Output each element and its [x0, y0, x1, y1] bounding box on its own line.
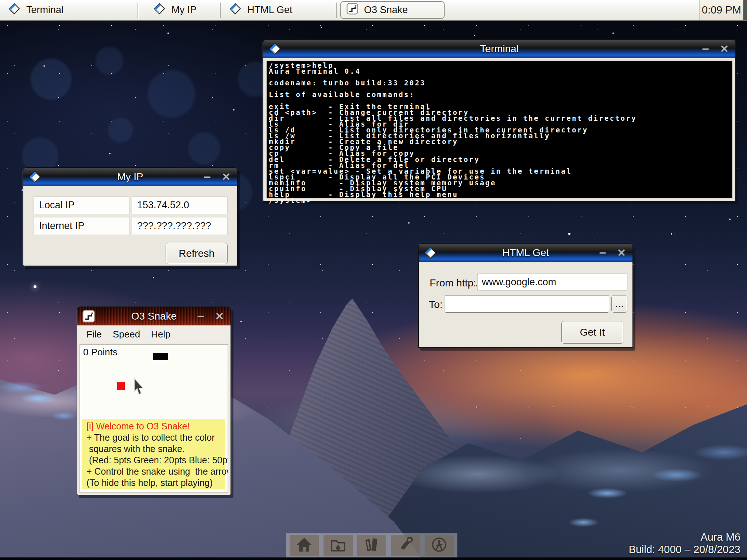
taskbar-tab-myip[interactable]: My IP	[153, 0, 197, 20]
htmlget-body: From http:// To: ... Get It	[419, 262, 632, 347]
close-icon[interactable]: ✕	[720, 44, 729, 54]
close-icon[interactable]: ✕	[617, 248, 626, 258]
snake-titlebar[interactable]: O3 Snake – ✕	[77, 307, 231, 325]
snake-game-area[interactable]: 0 Points [i] Welcome to O3 Snake! + The …	[80, 344, 228, 493]
help-line: (To hide this help, start playing)	[86, 477, 221, 488]
from-url-input[interactable]	[477, 274, 627, 290]
dock-walker-button[interactable]	[425, 535, 454, 556]
myip-body: Local IP 153.74.52.0 Internet IP ???.???…	[23, 186, 237, 266]
terminal-screen[interactable]: /system>help Aura Terminal 0.4 codename:…	[266, 61, 733, 198]
taskbar-tab-o3snake[interactable]: O3 Snake	[347, 0, 408, 20]
score-text: 0 Points	[83, 347, 117, 358]
close-icon[interactable]: ✕	[222, 172, 231, 182]
window-htmlget: HTML Get – ✕ From http:// To: ... Get It	[418, 243, 633, 348]
taskbar-tab-terminal[interactable]: Terminal	[8, 0, 63, 20]
snake-app-icon	[82, 310, 95, 323]
window-snake: O3 Snake – ✕ File Speed Help 0 Points [i…	[77, 306, 231, 495]
taskbar-tab-label: Terminal	[26, 4, 63, 16]
help-line: squares with the snake.	[86, 443, 221, 455]
menu-speed[interactable]: Speed	[113, 329, 140, 340]
snake-segment	[153, 353, 168, 360]
menu-file[interactable]: File	[86, 329, 102, 340]
app-diamond-icon	[28, 170, 42, 184]
internet-ip-label: Internet IP	[34, 217, 129, 235]
help-line: + The goal is to collect the color	[86, 432, 221, 443]
taskbar: Terminal My IP HTML Get O3 Snake 0:09 PM	[0, 0, 747, 21]
myip-titlebar[interactable]: My IP – ✕	[23, 168, 237, 186]
dock-files-button[interactable]	[324, 535, 353, 556]
dock-settings-button[interactable]	[391, 535, 420, 556]
get-it-button[interactable]: Get It	[561, 321, 623, 344]
internet-ip-value: ???.???.???.???	[132, 217, 228, 235]
snake-menubar: File Speed Help	[77, 325, 231, 343]
app-diamond-icon	[153, 3, 166, 18]
dock-home-button[interactable]	[290, 535, 319, 556]
app-diamond-icon	[8, 3, 20, 18]
minimize-icon[interactable]: –	[204, 172, 211, 182]
dock-library-button[interactable]	[357, 535, 386, 556]
terminal-titlebar[interactable]: Terminal – ✕	[263, 40, 735, 58]
os-name: Aura M6	[629, 531, 740, 543]
clock: 0:09 PM	[702, 4, 741, 16]
terminal-output: /system>help Aura Terminal 0.4 codename:…	[267, 61, 732, 204]
to-label: To:	[429, 299, 442, 310]
folder-flame-icon	[329, 536, 347, 555]
minimize-icon[interactable]: –	[702, 44, 709, 54]
os-build: Build: 4000 – 20/8/2023	[629, 543, 740, 556]
os-brand: Aura M6 Build: 4000 – 20/8/2023	[629, 531, 740, 556]
window-title: Terminal	[263, 43, 735, 55]
window-terminal: Terminal – ✕ /system>help Aura Terminal …	[263, 39, 736, 202]
browse-button[interactable]: ...	[611, 295, 627, 313]
minimize-icon[interactable]: –	[197, 312, 204, 321]
taskbar-separator	[336, 3, 337, 18]
taskbar-clock-panel: 0:09 PM	[699, 0, 743, 20]
snake-help-box: [i] Welcome to O3 Snake! + The goal is t…	[82, 419, 225, 489]
help-line: [i] Welcome to O3 Snake!	[86, 421, 221, 432]
app-diamond-icon	[229, 3, 241, 18]
taskbar-tab-label: My IP	[171, 4, 197, 16]
taskbar-tab-label: HTML Get	[247, 4, 293, 16]
screen-corner	[743, 0, 747, 20]
to-path-input[interactable]	[445, 295, 609, 313]
refresh-button[interactable]: Refresh	[166, 243, 228, 264]
minimize-icon[interactable]: –	[599, 248, 606, 258]
taskbar-tab-label: O3 Snake	[364, 4, 408, 16]
terminal-body: /system>help Aura Terminal 0.4 codename:…	[263, 58, 735, 201]
snake-body: File Speed Help 0 Points [i] Welcome to …	[77, 325, 231, 495]
home-icon	[295, 536, 313, 555]
local-ip-label: Local IP	[34, 196, 129, 214]
close-icon[interactable]: ✕	[215, 311, 224, 322]
local-ip-value: 153.74.52.0	[132, 196, 228, 214]
window-myip: My IP – ✕ Local IP 153.74.52.0 Internet …	[23, 167, 238, 266]
mouse-cursor-icon	[133, 378, 144, 397]
books-icon	[363, 536, 381, 555]
from-label: From http://	[430, 277, 482, 289]
screen-bottom-edge	[0, 557, 747, 560]
walker-icon	[430, 536, 448, 555]
menu-help[interactable]: Help	[151, 329, 170, 340]
snake-app-icon	[347, 3, 358, 17]
desktop: Terminal My IP HTML Get O3 Snake 0:09 PM…	[0, 0, 747, 560]
taskbar-separator	[220, 3, 221, 18]
food-square-red	[117, 382, 125, 390]
help-line: (Red: 5pts Green: 20pts Blue: 50pts )	[86, 455, 221, 466]
wrench-icon	[396, 536, 415, 555]
taskbar-tab-htmlget[interactable]: HTML Get	[229, 0, 293, 20]
help-line: + Control the snake using the arrow keys	[86, 466, 221, 477]
app-diamond-icon	[268, 42, 282, 55]
dock	[286, 533, 457, 557]
htmlget-titlebar[interactable]: HTML Get – ✕	[419, 244, 632, 262]
taskbar-separator	[138, 3, 138, 18]
app-diamond-icon	[424, 246, 437, 259]
